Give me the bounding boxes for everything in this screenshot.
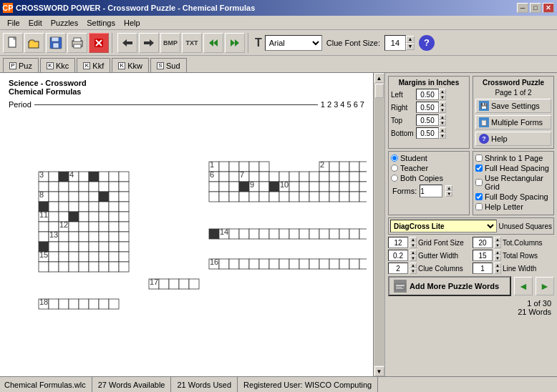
image-button[interactable]: BMP bbox=[160, 33, 180, 53]
print-button[interactable] bbox=[67, 33, 87, 53]
svg-rect-229 bbox=[109, 299, 119, 309]
tab-sud[interactable]: S Sud bbox=[150, 58, 187, 72]
font-name-select[interactable]: Arial bbox=[265, 35, 322, 51]
line-width-up[interactable]: ▲ bbox=[494, 263, 501, 268]
gutter-width-up[interactable]: ▲ bbox=[410, 250, 417, 255]
nav-right-button[interactable]: ► bbox=[536, 277, 554, 295]
svg-rect-151 bbox=[239, 182, 249, 192]
total-rows-input[interactable] bbox=[473, 250, 493, 261]
margin-top-input[interactable] bbox=[416, 114, 439, 126]
margin-left-down[interactable]: ▼ bbox=[439, 94, 446, 100]
help-button[interactable]: ? bbox=[419, 35, 435, 51]
check-helpletter[interactable] bbox=[475, 203, 483, 210]
check-rectangular-row: Use Rectangular Grid bbox=[475, 174, 551, 191]
arrow-left-button[interactable] bbox=[203, 33, 223, 53]
radio-both[interactable] bbox=[391, 175, 398, 182]
minimize-button[interactable]: ─ bbox=[517, 3, 528, 13]
svg-rect-162 bbox=[349, 182, 359, 192]
svg-rect-166 bbox=[209, 192, 219, 202]
stop-button[interactable] bbox=[89, 33, 109, 53]
scroll-up-button[interactable]: ▲ bbox=[374, 73, 384, 83]
grid-font-size-down[interactable]: ▼ bbox=[410, 242, 417, 248]
nav-left-button[interactable]: ◄ bbox=[514, 277, 533, 295]
radio-student[interactable] bbox=[391, 155, 398, 162]
new-button[interactable] bbox=[3, 33, 23, 53]
margin-left-input[interactable] bbox=[416, 89, 439, 100]
font-style-select[interactable]: DiagCross Lite bbox=[390, 220, 497, 232]
tab-kkc[interactable]: K Kkc bbox=[40, 58, 75, 72]
margin-bottom-input[interactable] bbox=[416, 127, 439, 139]
check-rectangular[interactable] bbox=[475, 179, 483, 186]
clue-columns-up[interactable]: ▲ bbox=[410, 263, 417, 268]
gutter-width-input[interactable] bbox=[388, 250, 408, 261]
forms-input[interactable] bbox=[420, 185, 442, 197]
arrow-right-button[interactable] bbox=[225, 33, 245, 53]
tab-kkf[interactable]: K Kkf bbox=[77, 58, 110, 72]
save-settings-button[interactable]: 💾 Save Settings bbox=[475, 99, 551, 113]
clue-font-size-down[interactable]: ▼ bbox=[406, 43, 415, 50]
margin-bottom-down[interactable]: ▼ bbox=[439, 133, 446, 139]
svg-rect-209 bbox=[309, 259, 319, 269]
check-fullhead[interactable] bbox=[475, 165, 483, 172]
total-rows-down[interactable]: ▼ bbox=[494, 255, 501, 261]
vertical-scrollbar[interactable]: ▲ ▼ bbox=[373, 73, 384, 376]
check-fullbody[interactable] bbox=[475, 193, 483, 200]
svg-rect-174 bbox=[289, 192, 299, 202]
check-shrink[interactable] bbox=[475, 155, 483, 162]
svg-rect-51 bbox=[49, 202, 59, 212]
svg-rect-190 bbox=[289, 229, 299, 239]
save-button[interactable] bbox=[46, 33, 66, 53]
grid-font-size-input[interactable] bbox=[388, 237, 408, 248]
scroll-down-button[interactable]: ▼ bbox=[374, 366, 384, 376]
forms-up[interactable]: ▲ bbox=[445, 185, 452, 191]
tab-puz[interactable]: P Puz bbox=[3, 58, 39, 72]
margin-bottom-up[interactable]: ▲ bbox=[439, 127, 446, 133]
scroll-thumb[interactable] bbox=[375, 84, 384, 98]
back-button[interactable] bbox=[117, 33, 137, 53]
tot-columns-input[interactable] bbox=[473, 237, 493, 248]
open-button[interactable] bbox=[24, 33, 44, 53]
close-button[interactable]: ✕ bbox=[543, 3, 554, 13]
add-words-button[interactable]: Add More Puzzle Words bbox=[388, 276, 511, 296]
svg-rect-211 bbox=[329, 259, 339, 269]
forward-button[interactable] bbox=[139, 33, 159, 53]
svg-rect-195 bbox=[339, 229, 349, 239]
margin-right-input[interactable] bbox=[416, 102, 439, 113]
grid-font-size-up[interactable]: ▲ bbox=[410, 237, 417, 242]
help-panel-button[interactable]: ? Help bbox=[475, 132, 551, 146]
menu-puzzles[interactable]: Puzzles bbox=[47, 17, 83, 29]
menu-edit[interactable]: Edit bbox=[24, 17, 47, 29]
clue-font-size-up[interactable]: ▲ bbox=[406, 36, 415, 43]
radio-teacher[interactable] bbox=[391, 165, 398, 172]
margin-right-up[interactable]: ▲ bbox=[439, 102, 446, 107]
svg-rect-32 bbox=[49, 182, 59, 192]
svg-rect-121 bbox=[249, 162, 259, 172]
gutter-width-down[interactable]: ▼ bbox=[410, 255, 417, 261]
total-rows-up[interactable]: ▲ bbox=[494, 250, 501, 255]
menu-help[interactable]: Help bbox=[120, 17, 145, 29]
period-row: Period 1 2 3 4 5 6 7 bbox=[0, 99, 373, 110]
tot-columns-down[interactable]: ▼ bbox=[494, 242, 501, 248]
menu-file[interactable]: File bbox=[3, 17, 24, 29]
svg-rect-186 bbox=[249, 229, 259, 239]
margin-top-down[interactable]: ▼ bbox=[439, 120, 446, 126]
menu-settings[interactable]: Settings bbox=[82, 17, 120, 29]
svg-rect-212 bbox=[339, 259, 349, 269]
margin-top-up[interactable]: ▲ bbox=[439, 114, 446, 120]
line-width-down[interactable]: ▼ bbox=[494, 268, 501, 274]
svg-rect-115 bbox=[109, 262, 119, 272]
title-bar: CP CROSSWORD POWER - Crossword Puzzle - … bbox=[0, 0, 557, 16]
forms-icon: 📋 bbox=[479, 117, 489, 127]
tot-columns-up[interactable]: ▲ bbox=[494, 237, 501, 242]
tab-kkw[interactable]: K Kkw bbox=[112, 58, 149, 72]
margin-left-up[interactable]: ▲ bbox=[439, 89, 446, 94]
margin-right-down[interactable]: ▼ bbox=[439, 107, 446, 113]
multiple-forms-button[interactable]: 📋 Multiple Forms bbox=[475, 115, 551, 129]
forms-down[interactable]: ▼ bbox=[445, 191, 452, 197]
clue-columns-input[interactable] bbox=[388, 263, 408, 274]
maximize-button[interactable]: □ bbox=[530, 3, 541, 13]
text-button[interactable]: TXT bbox=[182, 33, 202, 53]
line-width-input[interactable] bbox=[473, 263, 493, 274]
clue-font-size-input[interactable] bbox=[384, 35, 406, 51]
clue-columns-down[interactable]: ▼ bbox=[410, 268, 417, 274]
